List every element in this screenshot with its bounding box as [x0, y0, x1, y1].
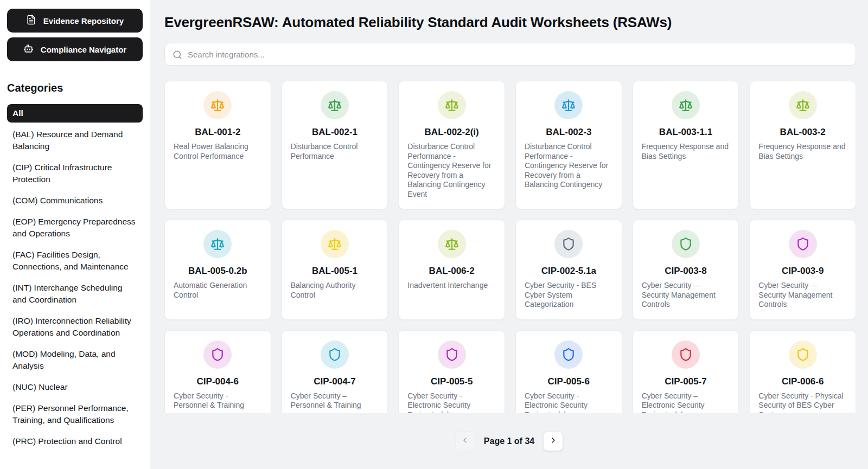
integration-card[interactable]: BAL-002-2(i)Disturbance Control Performa…	[398, 81, 505, 209]
card-code: CIP-002-5.1a	[541, 266, 596, 277]
integration-card[interactable]: CIP-005-6Cyber Security - Electronic Sec…	[515, 330, 622, 414]
shield-icon	[321, 340, 349, 369]
integration-card[interactable]: CIP-003-8Cyber Security — Security Manag…	[633, 220, 739, 320]
main-content: EvergreenRSAW: Automated Reliability Sta…	[150, 0, 868, 469]
card-code: BAL-005-1	[312, 266, 358, 277]
card-code: BAL-002-3	[546, 127, 591, 138]
scales-icon	[321, 91, 349, 119]
category-list: All(BAL) Resource and Demand Balancing(C…	[7, 104, 143, 451]
page-indicator: Page 1 of 34	[484, 436, 534, 446]
integration-card[interactable]: BAL-001-2Real Power Balancing Control Pe…	[164, 81, 271, 209]
integration-card[interactable]: CIP-004-7Cyber Security – Personnel & Tr…	[282, 330, 388, 414]
search-bar	[164, 43, 856, 66]
card-description: Disturbance Control Performance	[291, 142, 379, 161]
card-code: CIP-005-6	[548, 376, 590, 387]
scales-icon	[438, 91, 466, 119]
page-title: EvergreenRSAW: Automated Reliability Sta…	[164, 14, 856, 31]
content-scroll-area[interactable]: EvergreenRSAW: Automated Reliability Sta…	[150, 0, 868, 413]
integration-card[interactable]: CIP-004-6Cyber Security - Personnel & Tr…	[164, 330, 271, 414]
next-page-button[interactable]	[543, 431, 563, 451]
shield-icon	[789, 340, 817, 369]
compliance-navigator-button[interactable]: Compliance Navigator	[7, 37, 143, 61]
integration-card[interactable]: CIP-005-7Cyber Security – Electronic Sec…	[633, 330, 739, 414]
card-code: BAL-006-2	[429, 266, 475, 277]
sidebar: Evidence Repository Compliance Navigator…	[0, 0, 150, 469]
file-text-icon	[26, 15, 36, 27]
scales-icon	[321, 230, 349, 258]
scales-icon	[438, 230, 466, 258]
sidebar-category-item[interactable]: (BAL) Resource and Demand Balancing	[7, 125, 143, 156]
integration-card[interactable]: BAL-003-1.1Frequency Response and Bias S…	[633, 81, 739, 209]
integration-card[interactable]: BAL-002-1Disturbance Control Performance	[282, 81, 388, 209]
card-code: BAL-002-1	[312, 127, 358, 138]
card-code: CIP-003-9	[782, 266, 824, 277]
sidebar-category-item[interactable]: (MOD) Modeling, Data, and Analysis	[7, 345, 143, 375]
integration-card[interactable]: BAL-005-1Balancing Authority Control	[282, 220, 388, 320]
integration-card[interactable]: CIP-005-5Cyber Security - Electronic Sec…	[398, 330, 505, 414]
evidence-repository-button[interactable]: Evidence Repository	[7, 9, 143, 33]
sidebar-category-item[interactable]: All	[7, 104, 143, 123]
sidebar-category-item[interactable]: (PRC) Protection and Control	[7, 432, 143, 451]
integration-card[interactable]: BAL-005-0.2bAutomatic Generation Control	[164, 220, 271, 320]
scales-icon	[203, 91, 232, 119]
scales-icon	[789, 91, 817, 119]
shield-icon	[672, 340, 700, 369]
shield-icon	[789, 230, 817, 258]
card-description: Automatic Generation Control	[174, 281, 262, 300]
integration-card[interactable]: BAL-003-2Frequency Response and Bias Set…	[749, 81, 856, 209]
sidebar-category-item[interactable]: (FAC) Facilities Design, Connections, an…	[7, 246, 143, 276]
compliance-navigator-label: Compliance Navigator	[41, 45, 126, 54]
evidence-repository-label: Evidence Repository	[43, 16, 124, 25]
sidebar-category-item[interactable]: (IRO) Interconnection Reliability Operat…	[7, 312, 143, 342]
card-description: Inadvertent Interchange	[407, 281, 496, 291]
categories-heading: Categories	[7, 82, 143, 94]
card-description: Cyber Security - Electronic Security Per…	[525, 391, 613, 414]
card-description: Frequency Response and Bias Settings	[758, 142, 847, 161]
card-code: BAL-001-2	[195, 127, 240, 138]
card-description: Disturbance Control Performance - Contin…	[525, 142, 613, 190]
shield-icon	[438, 340, 466, 369]
sidebar-category-item[interactable]: (COM) Communications	[7, 191, 143, 210]
card-code: BAL-002-2(i)	[425, 127, 479, 138]
shield-icon	[554, 340, 583, 369]
shield-icon	[554, 230, 583, 258]
card-code: CIP-006-6	[782, 376, 824, 387]
card-code: CIP-005-5	[431, 376, 473, 387]
card-description: Cyber Security – Personnel & Training	[291, 391, 379, 410]
card-code: BAL-005-0.2b	[188, 266, 247, 277]
card-code: CIP-005-7	[665, 376, 706, 387]
sidebar-category-item[interactable]: (EOP) Emergency Preparedness and Operati…	[7, 213, 143, 243]
card-code: CIP-004-7	[314, 376, 355, 387]
card-description: Cyber Security — Security Management Con…	[642, 281, 730, 310]
card-description: Disturbance Control Performance - Contin…	[407, 142, 496, 199]
search-icon	[173, 50, 182, 62]
card-description: Real Power Balancing Control Performance	[174, 142, 262, 161]
card-description: Cyber Security - Personnel & Training	[174, 391, 262, 410]
card-code: CIP-004-6	[197, 376, 239, 387]
previous-page-button[interactable]	[455, 431, 475, 451]
chevron-left-icon	[461, 436, 469, 447]
card-description: Cyber Security – Electronic Security Per…	[642, 391, 730, 414]
scales-icon	[672, 91, 700, 119]
card-description: Cyber Security - Physical Security of BE…	[758, 391, 847, 414]
sidebar-category-item[interactable]: (PER) Personnel Performance, Training, a…	[7, 399, 143, 429]
card-code: BAL-003-2	[780, 127, 826, 138]
pagination-bar: Page 1 of 34	[150, 413, 868, 469]
card-description: Cyber Security — Security Management Con…	[758, 281, 847, 310]
search-input[interactable]	[188, 43, 856, 65]
integration-card[interactable]: BAL-006-2Inadvertent Interchange	[398, 220, 505, 320]
integration-card[interactable]: CIP-006-6Cyber Security - Physical Secur…	[749, 330, 856, 414]
robot-icon	[23, 43, 34, 55]
shield-icon	[672, 230, 700, 258]
sidebar-category-item[interactable]: (CIP) Critical Infrastructure Protection	[7, 158, 143, 189]
chevron-right-icon	[549, 436, 558, 447]
integration-card[interactable]: CIP-002-5.1aCyber Security - BES Cyber S…	[515, 220, 622, 320]
integration-card[interactable]: BAL-002-3Disturbance Control Performance…	[515, 81, 622, 209]
card-code: BAL-003-1.1	[659, 127, 712, 138]
card-description: Balancing Authority Control	[291, 281, 379, 300]
sidebar-category-item[interactable]: (INT) Interchange Scheduling and Coordin…	[7, 279, 143, 309]
integration-card[interactable]: CIP-003-9Cyber Security — Security Manag…	[749, 220, 856, 320]
shield-icon	[203, 340, 232, 369]
card-description: Frequency Response and Bias Settings	[642, 142, 730, 161]
sidebar-category-item[interactable]: (NUC) Nuclear	[7, 378, 143, 396]
